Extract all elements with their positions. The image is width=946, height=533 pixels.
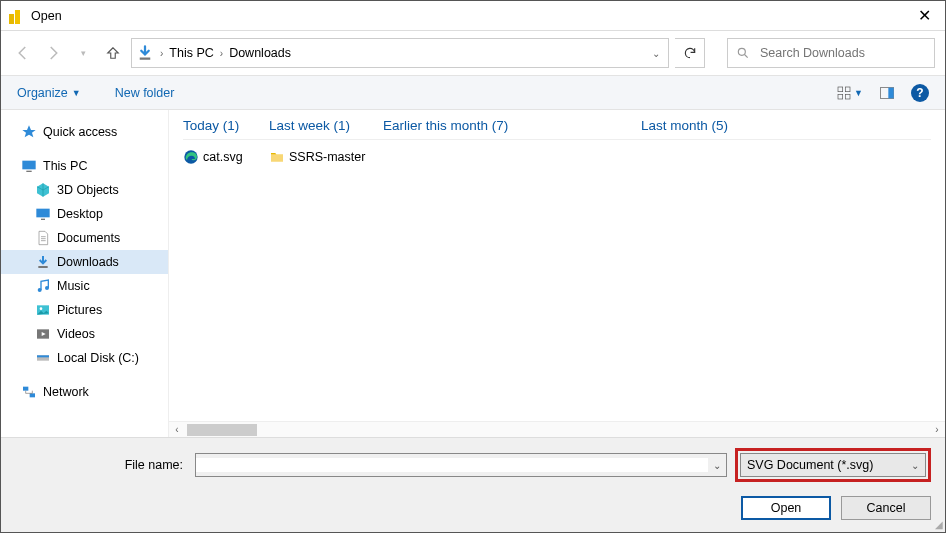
file-group: Last month (5) <box>641 118 931 168</box>
svg-rect-5 <box>845 94 850 99</box>
sidebar-music[interactable]: Music <box>1 274 168 298</box>
cancel-button[interactable]: Cancel <box>841 496 931 520</box>
sidebar-network[interactable]: Network <box>1 380 168 404</box>
filetype-filter[interactable]: SVG Document (*.svg) ⌄ <box>740 453 926 477</box>
sidebar-documents[interactable]: Documents <box>1 226 168 250</box>
file-group: Last week (1) SSRS-master <box>269 118 383 168</box>
chevron-down-icon: ▼ <box>854 88 863 98</box>
svg-rect-8 <box>22 161 35 170</box>
view-mode-button[interactable]: ▼ <box>836 85 863 101</box>
svg-rect-2 <box>838 87 843 92</box>
sidebar-downloads[interactable]: Downloads <box>1 250 168 274</box>
edge-icon <box>183 149 199 165</box>
sidebar-item-label: Downloads <box>57 255 119 269</box>
help-button[interactable]: ? <box>911 84 929 102</box>
sidebar-quick-access[interactable]: Quick access <box>1 120 168 144</box>
address-bar[interactable]: › This PC › Downloads ⌄ <box>131 38 669 68</box>
app-icon <box>9 8 25 24</box>
svg-rect-20 <box>23 387 28 391</box>
body: Quick access This PC 3D Objects Desktop … <box>1 110 945 437</box>
network-icon <box>21 384 37 400</box>
open-button[interactable]: Open <box>741 496 831 520</box>
refresh-button[interactable] <box>675 38 705 68</box>
svg-rect-21 <box>30 393 35 397</box>
svg-rect-0 <box>140 58 151 60</box>
organize-label: Organize <box>17 86 68 100</box>
scroll-thumb[interactable] <box>187 424 257 436</box>
file-item[interactable]: cat.svg <box>183 146 269 168</box>
breadcrumb-seg1[interactable]: This PC <box>169 46 213 60</box>
svg-point-14 <box>45 286 49 290</box>
close-icon[interactable]: ✕ <box>912 6 937 25</box>
nav-row: ▾ › This PC › Downloads ⌄ <box>1 31 945 75</box>
chevron-down-icon[interactable]: ⌄ <box>652 48 664 59</box>
scroll-left-icon[interactable]: ‹ <box>169 424 185 435</box>
highlight-annotation: SVG Document (*.svg) ⌄ <box>735 448 931 482</box>
scroll-right-icon[interactable]: › <box>929 424 945 435</box>
sidebar-item-label: 3D Objects <box>57 183 119 197</box>
back-button[interactable] <box>11 41 35 65</box>
forward-button[interactable] <box>41 41 65 65</box>
sidebar-local-disk[interactable]: Local Disk (C:) <box>1 346 168 370</box>
group-header[interactable]: Today (1) <box>183 118 269 140</box>
preview-pane-button[interactable] <box>879 85 895 101</box>
svg-rect-9 <box>26 171 31 172</box>
group-header[interactable]: Earlier this month (7) <box>383 118 641 140</box>
filename-combobox[interactable]: ⌄ <box>195 453 727 477</box>
toolbar: Organize ▼ New folder ▼ ? <box>1 75 945 110</box>
arrow-right-icon <box>44 44 62 62</box>
svg-point-1 <box>738 48 745 55</box>
chevron-right-icon: › <box>218 48 225 59</box>
filename-input[interactable] <box>196 458 708 472</box>
pictures-icon <box>35 302 51 318</box>
up-button[interactable] <box>101 41 125 65</box>
sidebar-this-pc[interactable]: This PC <box>1 154 168 178</box>
sidebar-desktop[interactable]: Desktop <box>1 202 168 226</box>
filter-label: SVG Document (*.svg) <box>747 458 873 472</box>
organize-menu[interactable]: Organize ▼ <box>17 86 81 100</box>
search-box[interactable] <box>727 38 935 68</box>
arrow-up-icon <box>104 44 122 62</box>
group-header[interactable]: Last month (5) <box>641 118 931 140</box>
svg-point-16 <box>40 307 43 310</box>
desktop-icon <box>35 206 51 222</box>
chevron-down-icon: ▼ <box>72 88 81 98</box>
svg-rect-4 <box>838 94 843 99</box>
window-title: Open <box>31 9 62 23</box>
chevron-down-icon[interactable]: ⌄ <box>708 460 726 471</box>
sidebar-item-label: This PC <box>43 159 87 173</box>
downloads-icon <box>136 44 154 62</box>
document-icon <box>35 230 51 246</box>
downloads-icon <box>35 254 51 270</box>
file-name: SSRS-master <box>289 150 365 164</box>
sidebar-videos[interactable]: Videos <box>1 322 168 346</box>
sidebar-item-label: Quick access <box>43 125 117 139</box>
new-folder-button[interactable]: New folder <box>115 86 175 100</box>
file-group: Earlier this month (7) <box>383 118 641 168</box>
file-item[interactable]: SSRS-master <box>269 146 383 168</box>
breadcrumb-seg2[interactable]: Downloads <box>229 46 291 60</box>
file-group: Today (1) cat.svg <box>183 118 269 168</box>
search-input[interactable] <box>758 45 926 61</box>
horizontal-scrollbar[interactable]: ‹ › <box>169 421 945 437</box>
refresh-icon <box>683 46 697 60</box>
sidebar-pictures[interactable]: Pictures <box>1 298 168 322</box>
sidebar-item-label: Music <box>57 279 90 293</box>
sidebar-item-label: Local Disk (C:) <box>57 351 139 365</box>
open-dialog: Open ✕ ▾ › This PC › Downloads ⌄ <box>0 0 946 533</box>
footer: File name: ⌄ SVG Document (*.svg) ⌄ Open… <box>1 437 945 532</box>
svg-rect-11 <box>41 219 45 220</box>
svg-rect-19 <box>37 355 49 357</box>
view-icon <box>836 85 852 101</box>
sidebar-3d-objects[interactable]: 3D Objects <box>1 178 168 202</box>
sidebar-item-label: Pictures <box>57 303 102 317</box>
search-icon <box>736 46 750 60</box>
group-header[interactable]: Last week (1) <box>269 118 383 140</box>
chevron-down-icon[interactable]: ⌄ <box>905 460 925 471</box>
drive-icon <box>35 350 51 366</box>
sidebar-item-label: Videos <box>57 327 95 341</box>
filename-label: File name: <box>15 458 189 472</box>
recent-dropdown[interactable]: ▾ <box>71 41 95 65</box>
svg-rect-10 <box>36 209 49 218</box>
file-list: Today (1) cat.svg Last week (1) SSRS-mas… <box>169 110 945 437</box>
